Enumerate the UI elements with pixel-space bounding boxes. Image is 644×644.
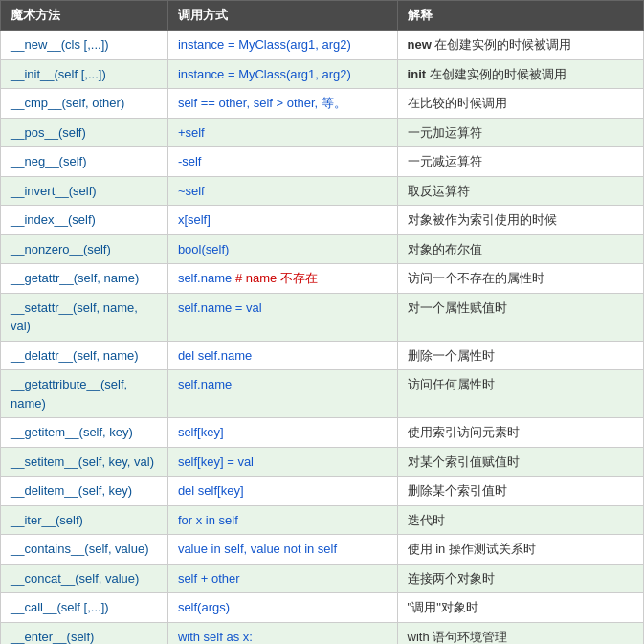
table-row: __invert__(self)~self取反运算符 xyxy=(1,176,644,206)
magic-method-name: __iter__(self) xyxy=(11,513,83,527)
magic-method-name: __delattr__(self, name) xyxy=(11,348,139,363)
cell-explain: new 在创建实例的时候被调用 xyxy=(397,31,643,60)
cell-explain: 删除某个索引值时 xyxy=(397,477,643,506)
cell-magic: __pos__(self) xyxy=(1,118,168,147)
table-row: __getattr__(self, name)self.name # name … xyxy=(1,264,644,294)
cell-call: del self[key] xyxy=(167,477,397,506)
cell-magic: __getattr__(self, name) xyxy=(1,264,168,294)
cell-magic: __contains__(self, value) xyxy=(1,535,168,565)
cell-magic: __getattribute__(self, name) xyxy=(1,370,168,418)
table-row: __delattr__(self, name)del self.name删除一个… xyxy=(1,341,644,370)
table-row: __init__(self [,...])instance = MyClass(… xyxy=(1,59,644,89)
magic-method-name: __cmp__(self, other) xyxy=(11,96,124,110)
cell-magic: __delattr__(self, name) xyxy=(1,341,168,370)
cell-magic: __cmp__(self, other) xyxy=(1,89,168,119)
cell-call: self.name xyxy=(167,370,397,418)
cell-magic: __call__(self [,...]) xyxy=(1,593,168,623)
cell-magic: __setattr__(self, name, val) xyxy=(1,293,168,341)
cell-magic: __concat__(self, value) xyxy=(1,564,168,593)
cell-call: self.name = val xyxy=(167,293,397,341)
cell-call: instance = MyClass(arg1, arg2) xyxy=(167,59,397,89)
cell-call: +self xyxy=(167,118,397,147)
table-row: __iter__(self)for x in self迭代时 xyxy=(1,505,644,535)
cell-call: bool(self) xyxy=(167,234,397,264)
cell-call: del self.name xyxy=(167,341,397,370)
cell-magic: __nonzero__(self) xyxy=(1,234,168,264)
cell-magic: __invert__(self) xyxy=(1,176,168,206)
header-call: 调用方式 xyxy=(167,1,397,31)
magic-method-name: __pos__(self) xyxy=(11,125,86,140)
cell-explain: 使用索引访问元素时 xyxy=(397,418,643,448)
cell-call: self(args) xyxy=(167,593,397,623)
table-row: __enter__(self)with self as x:with 语句环境管… xyxy=(1,622,644,644)
magic-method-name: __getattribute__(self, name) xyxy=(11,377,127,411)
table-header-row: 魔术方法 调用方式 解释 xyxy=(1,1,644,31)
main-container: 魔术方法 调用方式 解释 __new__(cls [,...])instance… xyxy=(0,0,644,644)
magic-method-name: __getitem__(self, key) xyxy=(11,425,133,439)
table-row: __cmp__(self, other)self == other, self … xyxy=(1,89,644,119)
header-magic: 魔术方法 xyxy=(1,1,168,31)
magic-method-name: __contains__(self, value) xyxy=(11,542,149,556)
table-row: __getitem__(self, key)self[key]使用索引访问元素时 xyxy=(1,418,644,448)
magic-method-name: __setattr__(self, name, val) xyxy=(11,300,138,334)
magic-method-name: __nonzero__(self) xyxy=(11,242,111,256)
cell-call: self == other, self > other, 等。 xyxy=(167,89,397,119)
table-row: __delitem__(self, key)del self[key]删除某个索… xyxy=(1,477,644,506)
magic-method-name: __invert__(self) xyxy=(11,184,97,198)
cell-call: -self xyxy=(167,147,397,177)
cell-magic: __new__(cls [,...]) xyxy=(1,31,168,60)
cell-call: self + other xyxy=(167,564,397,593)
cell-explain: 对象的布尔值 xyxy=(397,234,643,264)
magic-method-name: __new__(cls [,...]) xyxy=(11,37,109,52)
magic-method-name: __call__(self [,...]) xyxy=(11,600,109,614)
table-row: __setitem__(self, key, val)self[key] = v… xyxy=(1,447,644,477)
magic-method-name: __neg__(self) xyxy=(11,154,87,168)
cell-explain: 使用 in 操作测试关系时 xyxy=(397,535,643,565)
cell-magic: __delitem__(self, key) xyxy=(1,477,168,506)
cell-call: value in self, value not in self xyxy=(167,535,397,565)
table-row: __new__(cls [,...])instance = MyClass(ar… xyxy=(1,31,644,60)
magic-method-name: __getattr__(self, name) xyxy=(11,271,139,285)
cell-explain: 对象被作为索引使用的时候 xyxy=(397,206,643,235)
cell-magic: __setitem__(self, key, val) xyxy=(1,447,168,477)
cell-call: self.name # name 不存在 xyxy=(167,264,397,294)
cell-explain: init 在创建实例的时候被调用 xyxy=(397,59,643,89)
cell-explain: 一元减运算符 xyxy=(397,147,643,177)
table-row: __contains__(self, value)value in self, … xyxy=(1,535,644,565)
cell-explain: 在比较的时候调用 xyxy=(397,89,643,119)
table-row: __index__(self)x[self]对象被作为索引使用的时候 xyxy=(1,206,644,235)
cell-explain: 取反运算符 xyxy=(397,176,643,206)
cell-call: with self as x: xyxy=(167,622,397,644)
cell-explain: "调用"对象时 xyxy=(397,593,643,623)
cell-call: ~self xyxy=(167,176,397,206)
header-explain: 解释 xyxy=(397,1,643,31)
cell-explain: 连接两个对象时 xyxy=(397,564,643,593)
cell-call: instance = MyClass(arg1, arg2) xyxy=(167,31,397,60)
cell-explain: 访问任何属性时 xyxy=(397,370,643,418)
cell-call: for x in self xyxy=(167,505,397,535)
cell-magic: __neg__(self) xyxy=(1,147,168,177)
cell-explain: 删除一个属性时 xyxy=(397,341,643,370)
cell-magic: __enter__(self) xyxy=(1,622,168,644)
cell-call: x[self] xyxy=(167,206,397,235)
cell-explain: 一元加运算符 xyxy=(397,118,643,147)
cell-call: self[key] = val xyxy=(167,447,397,477)
cell-explain: 访问一个不存在的属性时 xyxy=(397,264,643,294)
magic-method-name: __setitem__(self, key, val) xyxy=(11,455,154,469)
cell-explain: with 语句环境管理 xyxy=(397,622,643,644)
table-row: __pos__(self)+self一元加运算符 xyxy=(1,118,644,147)
cell-magic: __init__(self [,...]) xyxy=(1,59,168,89)
cell-explain: 对一个属性赋值时 xyxy=(397,293,643,341)
table-row: __call__(self [,...])self(args)"调用"对象时 xyxy=(1,593,644,623)
table-row: __neg__(self)-self一元减运算符 xyxy=(1,147,644,177)
table-row: __nonzero__(self)bool(self)对象的布尔值 xyxy=(1,234,644,264)
magic-method-name: __delitem__(self, key) xyxy=(11,483,132,498)
table-row: __setattr__(self, name, val)self.name = … xyxy=(1,293,644,341)
cell-call: self[key] xyxy=(167,418,397,448)
cell-magic: __getitem__(self, key) xyxy=(1,418,168,448)
cell-magic: __index__(self) xyxy=(1,206,168,235)
cell-explain: 对某个索引值赋值时 xyxy=(397,447,643,477)
magic-methods-table: 魔术方法 调用方式 解释 __new__(cls [,...])instance… xyxy=(0,0,644,644)
magic-method-name: __index__(self) xyxy=(11,212,96,227)
magic-method-name: __enter__(self) xyxy=(11,630,94,644)
